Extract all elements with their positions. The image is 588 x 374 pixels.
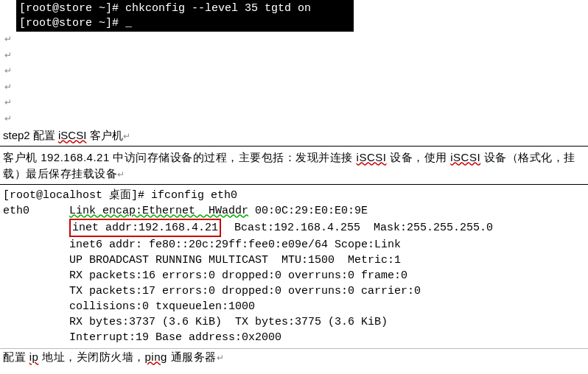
ifconfig-cmd: [root@localhost 桌面]# ifconfig eth0 <box>3 189 237 202</box>
terminal-chkconfig: [root@store ~]# chkconfig --level 35 tgt… <box>16 0 354 32</box>
client-text-a: 客户机 192.168.4.21 中访问存储设备的过程，主要包括：发现并连接 <box>3 151 357 163</box>
client-description: 客户机 192.168.4.21 中访问存储设备的过程，主要包括：发现并连接 i… <box>0 148 588 184</box>
iscsi-2: iSCSI <box>450 151 480 163</box>
footer-text: 配置 ip 地址，关闭防火墙，ping 通服务器↵ <box>0 349 588 366</box>
iscsi-1: iSCSI <box>357 151 387 163</box>
ifconfig-l5: RX packets:16 errors:0 dropped:0 overrun… <box>69 269 407 282</box>
ifconfig-l7: collisions:0 txqueuelen:1000 <box>69 300 255 313</box>
ifconfig-l4: UP BROADCAST RUNNING MULTICAST MTU:1500 … <box>69 254 401 267</box>
ifconfig-l2-rest: Bcast:192.168.4.255 Mask:255.255.255.0 <box>221 222 493 234</box>
footer-b: 地址，关闭防火墙， <box>38 350 144 363</box>
inet-addr-highlight: inet addr:192.168.4.21 <box>69 219 221 237</box>
ip-text: ip <box>29 350 39 363</box>
paragraph-marks: ↵↵↵↵↵↵ <box>0 32 588 127</box>
ifconfig-l1b: 00:0C:29:E0:E0:9E <box>248 205 368 217</box>
ping-text: ping <box>145 350 167 363</box>
ifconfig-l9: Interrupt:19 Base address:0x2000 <box>69 331 281 344</box>
ifconfig-l6: TX packets:17 errors:0 dropped:0 overrun… <box>69 285 421 297</box>
client-text-b: 设备，使用 <box>386 151 450 163</box>
terminal-line-1: [root@store ~]# chkconfig --level 35 tgt… <box>19 2 311 15</box>
step2-title: step2 配置 iSCSI 客户机↵ <box>0 127 588 144</box>
ifconfig-output: [root@localhost 桌面]# ifconfig eth0 eth0 … <box>0 184 588 348</box>
ifconfig-l1a: Link encap:Ethernet HWaddr <box>69 205 248 217</box>
footer-c: 通服务器 <box>167 350 217 363</box>
footer-a: 配置 <box>3 350 29 363</box>
iscsi-text: iSCSI <box>58 129 86 141</box>
divider-1 <box>0 146 588 147</box>
ifconfig-l3: inet6 addr: fe80::20c:29ff:fee0:e09e/64 … <box>69 239 401 251</box>
ifconfig-l8: RX bytes:3737 (3.6 KiB) TX bytes:3775 (3… <box>69 316 388 328</box>
eth0-label: eth0 <box>3 205 29 217</box>
terminal-line-2: [root@store ~]# _ <box>19 17 132 29</box>
step-suffix: 客户机 <box>86 129 122 141</box>
step-prefix: step2 配置 <box>3 129 58 141</box>
